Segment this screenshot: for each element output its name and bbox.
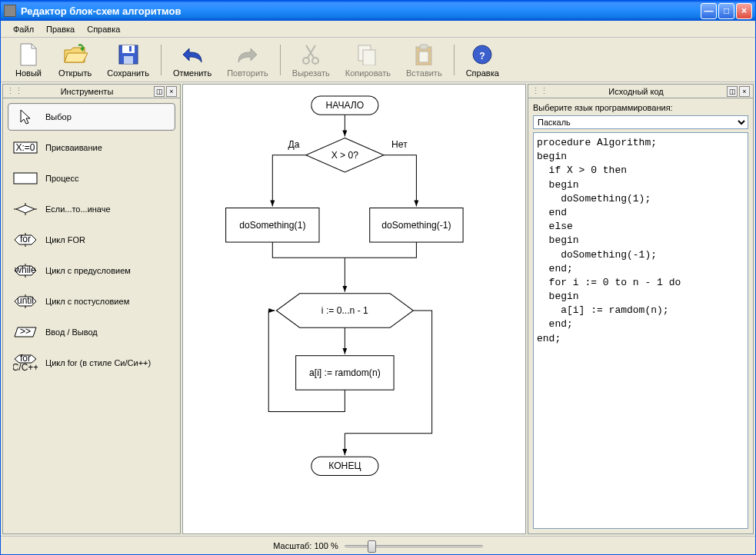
new-button[interactable]: Новый <box>7 40 50 80</box>
toolbar: Новый Открыть Сохранить Отменить Повтор <box>1 38 755 82</box>
panel-detach-button[interactable]: ◫ <box>154 86 165 97</box>
tool-for[interactable]: for Цикл FOR <box>8 226 175 254</box>
process2-label: doSomething(-1) <box>381 220 451 231</box>
redo-icon <box>235 42 260 67</box>
loopbody-label: a[i] := ramdom(n) <box>309 367 381 378</box>
help-button[interactable]: ? Справка <box>459 40 506 80</box>
menu-edit[interactable]: Правка <box>40 23 81 35</box>
tools-panel-header: ⋮⋮ Инструменты ◫ × <box>3 85 180 98</box>
svg-text:while: while <box>14 264 36 275</box>
code-panel-body: Выберите язык программирования: Паскаль … <box>528 98 753 533</box>
tool-ifelse[interactable]: Если...то...иначе <box>8 195 175 223</box>
language-label: Выберите язык программирования: <box>533 103 748 112</box>
zoom-label: Масштаб: 100 % <box>273 541 338 550</box>
tools-panel: ⋮⋮ Инструменты ◫ × Выбор X:=0 Присваиван… <box>2 84 181 534</box>
svg-point-5 <box>312 58 318 64</box>
app-window: Редактор блок-схем алгоритмов — □ × Файл… <box>0 0 756 555</box>
window-title: Редактор блок-схем алгоритмов <box>21 5 699 17</box>
svg-rect-3 <box>129 46 132 52</box>
yes-label: Да <box>288 139 300 150</box>
process-icon <box>13 171 38 185</box>
while-icon: while <box>13 264 38 278</box>
help-icon: ? <box>470 42 495 67</box>
svg-rect-10 <box>419 52 428 62</box>
paste-icon <box>411 42 436 67</box>
end-label: КОНЕЦ <box>328 460 361 471</box>
tool-while[interactable]: while Цикл с предусловием <box>8 257 175 284</box>
panel-detach-button[interactable]: ◫ <box>727 86 738 97</box>
slider-track <box>345 545 483 547</box>
copy-icon <box>355 42 380 67</box>
tool-process[interactable]: Процесс <box>8 165 175 192</box>
tools-list: Выбор X:=0 Присваивание Процесс <box>3 98 180 533</box>
copy-button: Копировать <box>338 40 398 80</box>
toolbar-separator <box>454 45 455 75</box>
svg-text:for: for <box>20 234 31 244</box>
open-button[interactable]: Открыть <box>52 40 98 80</box>
folder-open-icon <box>63 42 88 67</box>
minimize-button[interactable]: — <box>701 3 717 19</box>
tool-assign[interactable]: X:=0 Присваивание <box>8 134 175 161</box>
start-label: НАЧАЛО <box>325 100 364 111</box>
zoom-slider[interactable] <box>345 539 483 553</box>
maximize-button[interactable]: □ <box>718 3 734 19</box>
tools-panel-title: Инструменты <box>22 87 152 96</box>
cursor-icon <box>13 110 38 124</box>
grip-icon: ⋮⋮ <box>531 86 547 96</box>
forc-icon: forC/C++ <box>13 356 38 370</box>
svg-rect-2 <box>124 56 133 64</box>
svg-text:C/C++: C/C++ <box>13 362 38 372</box>
svg-text:X:=0: X:=0 <box>15 142 35 153</box>
code-panel-title: Исходный код <box>547 87 725 96</box>
paste-button: Вставить <box>399 40 449 80</box>
main-area: ⋮⋮ Инструменты ◫ × Выбор X:=0 Присваиван… <box>1 82 755 536</box>
tool-until[interactable]: until Цикл с постусловием <box>8 287 175 315</box>
cut-icon <box>298 42 323 67</box>
panel-close-button[interactable]: × <box>739 86 750 97</box>
cut-button: Вырезать <box>285 40 337 80</box>
no-label: Нет <box>391 139 408 150</box>
loop-label: i := 0...n - 1 <box>321 305 368 316</box>
undo-button[interactable]: Отменить <box>166 40 218 80</box>
svg-text:?: ? <box>480 51 485 61</box>
panel-close-button[interactable]: × <box>166 86 177 97</box>
close-button[interactable]: × <box>736 3 752 19</box>
canvas-panel: НАЧАЛО X > 0? Да Нет doSomething(1) doSo… <box>182 84 526 534</box>
svg-text:>>: >> <box>20 326 31 337</box>
slider-thumb[interactable] <box>368 540 376 553</box>
svg-point-4 <box>303 58 309 64</box>
svg-rect-7 <box>363 50 375 65</box>
language-select[interactable]: Паскаль <box>533 115 748 129</box>
menu-file[interactable]: Файл <box>7 23 40 35</box>
io-icon: >> <box>13 325 38 339</box>
undo-icon <box>180 42 205 67</box>
code-panel: ⋮⋮ Исходный код ◫ × Выберите язык програ… <box>528 84 754 534</box>
code-panel-header: ⋮⋮ Исходный код ◫ × <box>528 85 753 98</box>
code-output[interactable]: procedure Algorithm; begin if X > 0 then… <box>533 132 748 529</box>
ifelse-icon <box>13 202 38 216</box>
assign-icon: X:=0 <box>13 141 38 155</box>
decision-label: X > 0? <box>331 150 359 161</box>
for-icon: for <box>13 233 38 247</box>
process1-label: doSomething(1) <box>239 220 305 231</box>
save-icon <box>116 42 141 67</box>
svg-rect-9 <box>420 45 428 49</box>
statusbar: Масштаб: 100 % <box>1 536 755 554</box>
titlebar: Редактор блок-схем алгоритмов — □ × <box>1 1 755 21</box>
svg-rect-1 <box>122 45 135 53</box>
redo-button: Повторить <box>220 40 275 80</box>
grip-icon: ⋮⋮ <box>6 86 22 96</box>
flowchart-canvas[interactable]: НАЧАЛО X > 0? Да Нет doSomething(1) doSo… <box>182 84 526 534</box>
tool-forc[interactable]: forC/C++ Цикл for (в стиле Си/Си++) <box>8 349 175 377</box>
until-icon: until <box>13 294 38 308</box>
svg-text:until: until <box>17 295 34 306</box>
file-new-icon <box>16 42 41 67</box>
menubar: Файл Правка Справка <box>1 21 755 38</box>
app-icon <box>4 5 16 17</box>
save-button[interactable]: Сохранить <box>100 40 156 80</box>
tool-select[interactable]: Выбор <box>8 103 175 131</box>
svg-rect-15 <box>14 173 37 184</box>
menu-help[interactable]: Справка <box>81 23 126 35</box>
toolbar-separator <box>280 45 281 75</box>
tool-io[interactable]: >> Ввод / Вывод <box>8 318 175 346</box>
